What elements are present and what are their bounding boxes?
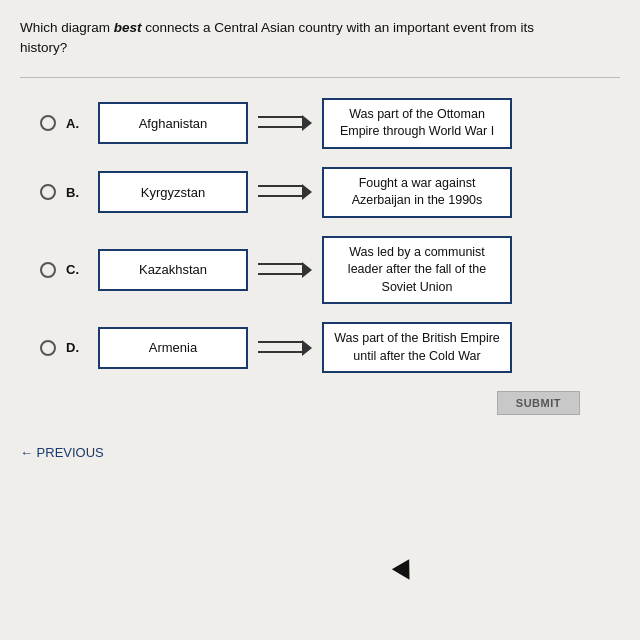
event-c: Was led by a communist leader after the …: [332, 244, 502, 297]
radio-a[interactable]: [40, 115, 56, 131]
option-row-d: D. Armenia Was part of the British Empir…: [40, 322, 620, 373]
event-box-c: Was led by a communist leader after the …: [322, 236, 512, 305]
radio-d[interactable]: [40, 340, 56, 356]
options-area: A. Afghanistan Was part of the Ottoman E…: [20, 98, 620, 374]
country-box-d: Armenia: [98, 327, 248, 369]
radio-b[interactable]: [40, 184, 56, 200]
cursor-icon: [392, 559, 418, 585]
label-b: B.: [66, 185, 88, 200]
country-b: Kyrgyzstan: [141, 185, 205, 200]
event-a: Was part of the Ottoman Empire through W…: [332, 106, 502, 141]
question-emphasis: best: [114, 20, 142, 35]
submit-area: SUBMIT: [20, 391, 620, 415]
event-box-d: Was part of the British Empire until aft…: [322, 322, 512, 373]
event-box-a: Was part of the Ottoman Empire through W…: [322, 98, 512, 149]
event-d: Was part of the British Empire until aft…: [332, 330, 502, 365]
arrow-a: [258, 108, 312, 138]
country-box-a: Afghanistan: [98, 102, 248, 144]
previous-nav[interactable]: ← PREVIOUS: [20, 445, 620, 460]
country-a: Afghanistan: [139, 116, 208, 131]
radio-c[interactable]: [40, 262, 56, 278]
event-box-b: Fought a war against Azerbaijan in the 1…: [322, 167, 512, 218]
submit-button[interactable]: SUBMIT: [497, 391, 580, 415]
label-a: A.: [66, 116, 88, 131]
option-row-a: A. Afghanistan Was part of the Ottoman E…: [40, 98, 620, 149]
divider: [20, 77, 620, 78]
page-wrapper: Which diagram best connects a Central As…: [20, 18, 620, 460]
question-text: Which diagram best connects a Central As…: [20, 18, 580, 59]
arrow-c: [258, 255, 312, 285]
arrow-d: [258, 333, 312, 363]
label-d: D.: [66, 340, 88, 355]
country-c: Kazakhstan: [139, 262, 207, 277]
event-b: Fought a war against Azerbaijan in the 1…: [332, 175, 502, 210]
country-d: Armenia: [149, 340, 197, 355]
country-box-b: Kyrgyzstan: [98, 171, 248, 213]
arrow-b: [258, 177, 312, 207]
country-box-c: Kazakhstan: [98, 249, 248, 291]
question-part1: Which diagram: [20, 20, 114, 35]
option-row-b: B. Kyrgyzstan Fought a war against Azerb…: [40, 167, 620, 218]
option-row-c: C. Kazakhstan Was led by a communist lea…: [40, 236, 620, 305]
previous-label: ← PREVIOUS: [20, 445, 104, 460]
label-c: C.: [66, 262, 88, 277]
